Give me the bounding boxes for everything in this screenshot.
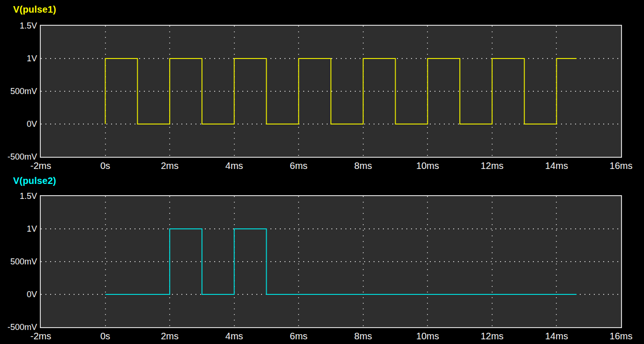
x-tick-label: 14ms xyxy=(545,330,568,342)
pulse1-plot-area[interactable] xyxy=(40,25,622,158)
x-tick-label: 4ms xyxy=(225,160,243,171)
x-tick-label: 16ms xyxy=(610,160,633,171)
y-tick-label: 1.5V xyxy=(0,21,37,31)
pulse2-plot-area[interactable] xyxy=(40,195,622,328)
x-tick-label: 0s xyxy=(100,330,110,342)
x-tick-label: 12ms xyxy=(480,330,503,342)
y-tick-label: 0V xyxy=(0,119,37,129)
x-tick-label: 10ms xyxy=(416,330,439,342)
x-tick-label: 6ms xyxy=(290,160,307,171)
x-tick-label: 8ms xyxy=(354,330,372,342)
waveform-viewer: V(pulse1) 1.5V1V500mV0V-500mV-2ms0s2ms4m… xyxy=(0,0,644,344)
vpulse2-trace[interactable] xyxy=(41,196,621,327)
y-tick-label: 500mV xyxy=(0,256,37,267)
x-tick-label: 4ms xyxy=(225,330,243,342)
x-tick-label: 10ms xyxy=(416,160,439,171)
x-tick-label: 16ms xyxy=(610,330,633,342)
vpulse1-trace[interactable] xyxy=(41,26,621,157)
pulse2-trace-label[interactable]: V(pulse2) xyxy=(13,176,56,186)
x-tick-label: 6ms xyxy=(290,330,307,342)
y-tick-label: 1V xyxy=(0,224,37,234)
x-tick-label: -2ms xyxy=(30,160,51,171)
x-tick-label: -2ms xyxy=(30,330,51,342)
y-tick-label: 1.5V xyxy=(0,191,37,201)
y-tick-label: 0V xyxy=(0,289,37,300)
y-tick-label: 500mV xyxy=(0,86,37,96)
pulse1-trace-label[interactable]: V(pulse1) xyxy=(13,4,56,15)
x-tick-label: 2ms xyxy=(161,160,179,171)
y-tick-label: 1V xyxy=(0,53,37,64)
x-tick-label: 8ms xyxy=(354,160,372,171)
x-tick-label: 0s xyxy=(100,160,110,171)
x-tick-label: 12ms xyxy=(480,160,503,171)
x-tick-label: 2ms xyxy=(161,330,179,342)
x-tick-label: 14ms xyxy=(545,160,568,171)
